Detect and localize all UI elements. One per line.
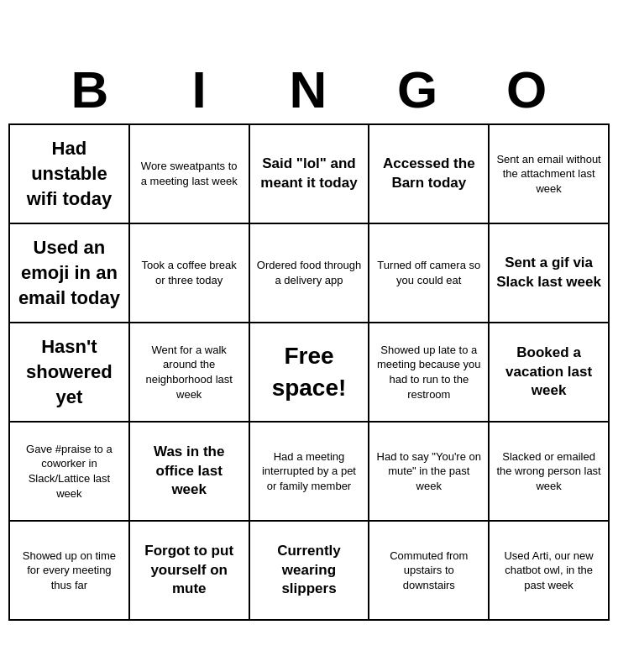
bingo-cell-11[interactable]: Went for a walk around the neighborhood … (130, 323, 250, 423)
bingo-cell-4[interactable]: Sent an email without the attachment las… (490, 125, 610, 224)
bingo-cell-17[interactable]: Had a meeting interrupted by a pet or fa… (250, 423, 370, 522)
bingo-cell-21[interactable]: Forgot to put yourself on mute (130, 522, 250, 621)
bingo-cell-23[interactable]: Commuted from upstairs to downstairs (369, 522, 490, 621)
cell-text-1: Wore sweatpants to a meeting last week (137, 159, 242, 188)
bingo-letter-O: O (473, 60, 582, 119)
cell-text-0: Had unstable wifi today (17, 136, 122, 211)
cell-text-13: Showed up late to a meeting because you … (376, 343, 481, 402)
bingo-cell-14[interactable]: Booked a vacation last week (490, 323, 610, 423)
cell-text-22: Currently wearing slippers (257, 542, 362, 600)
bingo-grid: Had unstable wifi todayWore sweatpants t… (8, 123, 610, 621)
cell-text-21: Forgot to put yourself on mute (137, 542, 242, 600)
bingo-cell-3[interactable]: Accessed the Barn today (369, 125, 490, 224)
bingo-cell-20[interactable]: Showed up on time for every meeting thus… (10, 522, 130, 621)
cell-text-19: Slacked or emailed the wrong person last… (496, 449, 601, 494)
bingo-cell-15[interactable]: Gave #praise to a coworker in Slack/Latt… (10, 423, 130, 522)
cell-text-6: Took a coffee break or three today (137, 258, 242, 287)
bingo-cell-18[interactable]: Had to say "You're on mute" in the past … (369, 423, 490, 522)
bingo-cell-2[interactable]: Said "lol" and meant it today (250, 125, 370, 224)
cell-text-5: Used an emoji in an email today (17, 235, 122, 310)
bingo-card: BINGO Had unstable wifi todayWore sweatp… (8, 51, 610, 621)
bingo-cell-10[interactable]: Hasn't showered yet (10, 323, 130, 423)
cell-text-9: Sent a gif via Slack last week (496, 254, 601, 292)
bingo-cell-0[interactable]: Had unstable wifi today (10, 125, 130, 224)
cell-text-14: Booked a vacation last week (496, 344, 601, 402)
cell-text-3: Accessed the Barn today (376, 155, 481, 193)
bingo-cell-9[interactable]: Sent a gif via Slack last week (490, 224, 610, 323)
cell-text-7: Ordered food through a delivery app (257, 258, 362, 287)
bingo-cell-19[interactable]: Slacked or emailed the wrong person last… (490, 423, 610, 522)
cell-text-12: Free space! (257, 340, 362, 404)
bingo-cell-1[interactable]: Wore sweatpants to a meeting last week (130, 125, 250, 224)
bingo-letter-B: B (36, 60, 145, 119)
cell-text-18: Had to say "You're on mute" in the past … (376, 449, 481, 494)
bingo-cell-22[interactable]: Currently wearing slippers (250, 522, 370, 621)
cell-text-15: Gave #praise to a coworker in Slack/Latt… (17, 442, 122, 501)
bingo-letter-N: N (254, 60, 364, 119)
cell-text-4: Sent an email without the attachment las… (496, 152, 601, 197)
bingo-cell-13[interactable]: Showed up late to a meeting because you … (369, 323, 490, 423)
cell-text-11: Went for a walk around the neighborhood … (137, 343, 242, 402)
bingo-cell-5[interactable]: Used an emoji in an email today (10, 224, 130, 323)
cell-text-10: Hasn't showered yet (17, 334, 122, 409)
cell-text-20: Showed up on time for every meeting thus… (17, 549, 122, 593)
bingo-cell-16[interactable]: Was in the office last week (130, 423, 250, 522)
cell-text-16: Was in the office last week (137, 443, 242, 501)
bingo-letter-G: G (364, 60, 473, 119)
bingo-cell-12[interactable]: Free space! (250, 323, 370, 423)
cell-text-2: Said "lol" and meant it today (257, 155, 362, 193)
bingo-cell-7[interactable]: Ordered food through a delivery app (250, 224, 370, 323)
cell-text-23: Commuted from upstairs to downstairs (376, 549, 481, 593)
bingo-letter-I: I (145, 60, 254, 119)
cell-text-8: Turned off camera so you could eat (376, 258, 481, 287)
bingo-cell-24[interactable]: Used Arti, our new chatbot owl, in the p… (490, 522, 610, 621)
cell-text-24: Used Arti, our new chatbot owl, in the p… (496, 549, 601, 593)
bingo-title: BINGO (8, 51, 610, 123)
bingo-cell-6[interactable]: Took a coffee break or three today (130, 224, 250, 323)
cell-text-17: Had a meeting interrupted by a pet or fa… (257, 449, 362, 494)
bingo-cell-8[interactable]: Turned off camera so you could eat (369, 224, 490, 323)
